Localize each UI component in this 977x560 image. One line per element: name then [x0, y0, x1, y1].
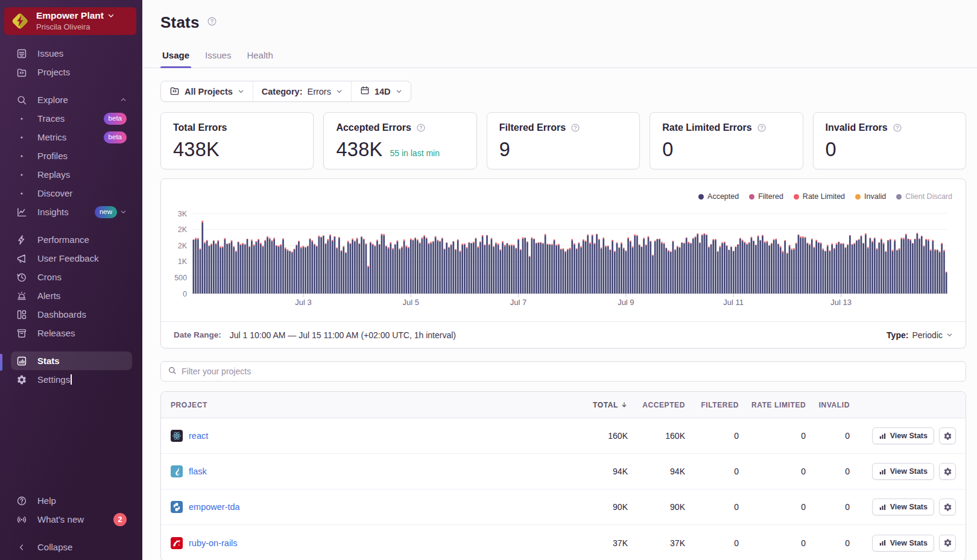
- card-title: Accepted Errors: [336, 122, 411, 133]
- question-circle-icon[interactable]: [571, 123, 580, 133]
- sidebar-item-stats[interactable]: Stats: [11, 351, 132, 370]
- page-title: Stats: [160, 13, 200, 32]
- flask-platform-icon: [171, 465, 183, 477]
- card-title: Filtered Errors: [499, 122, 566, 133]
- legend-accepted[interactable]: Accepted: [698, 192, 739, 201]
- sidebar-item-help[interactable]: Help: [11, 491, 132, 510]
- sidebar-item-label: Help: [37, 496, 56, 506]
- category-filter-label: Category:: [262, 87, 303, 96]
- sidebar-active-indicator: [0, 354, 2, 371]
- sidebar-item-replays[interactable]: Replays: [11, 165, 132, 184]
- svg-text:Jul 13: Jul 13: [830, 298, 852, 307]
- column-header-invalid[interactable]: INVALID: [809, 401, 853, 409]
- calendar-icon: [360, 86, 370, 97]
- project-settings-button[interactable]: [939, 427, 956, 444]
- view-stats-button[interactable]: View Stats: [872, 499, 934, 515]
- sidebar-item-explore[interactable]: Explore: [11, 90, 132, 109]
- column-header-filtered[interactable]: FILTERED: [688, 401, 742, 409]
- sidebar-item-label: Traces: [37, 113, 65, 124]
- sidebar-item-alerts[interactable]: Alerts: [11, 286, 132, 305]
- sidebar-item-discover[interactable]: Discover: [11, 184, 132, 203]
- help-question-icon[interactable]: [207, 16, 217, 29]
- sidebar-item-performance[interactable]: Performance: [11, 230, 132, 249]
- project-filter[interactable]: All Projects: [161, 81, 253, 101]
- row-actions: View Stats: [853, 427, 966, 444]
- card-value-row: 438K55 in last min: [336, 140, 464, 160]
- legend-rate-limited[interactable]: Rate Limited: [794, 192, 845, 201]
- tab-health[interactable]: Health: [245, 50, 274, 68]
- card-trend-note: 55 in last min: [390, 148, 440, 158]
- project-settings-button[interactable]: [939, 535, 956, 552]
- title-row: Stats: [160, 13, 966, 32]
- project-settings-button[interactable]: [939, 499, 956, 515]
- sidebar-item-label: Performance: [37, 234, 89, 245]
- sidebar-item-metrics[interactable]: Metricsbeta: [11, 128, 132, 146]
- column-header-total[interactable]: TOTAL: [531, 401, 631, 409]
- legend-invalid[interactable]: Invalid: [855, 192, 886, 201]
- tab-issues[interactable]: Issues: [203, 50, 233, 68]
- view-stats-button[interactable]: View Stats: [872, 427, 934, 444]
- project-link[interactable]: flask: [189, 467, 207, 476]
- projects-table: PROJECTTOTALACCEPTEDFILTEREDRATE LIMITED…: [160, 391, 966, 560]
- chevron-down-icon: [238, 87, 244, 96]
- sidebar-item-user-feedback[interactable]: User Feedback: [11, 249, 132, 268]
- cell-filtered: 0: [688, 431, 742, 441]
- type-label: Type:: [887, 330, 908, 340]
- question-circle-icon[interactable]: [757, 123, 767, 133]
- sidebar-item-label: Projects: [37, 67, 70, 77]
- nav-item-extras: beta: [104, 131, 127, 143]
- sidebar-item-traces[interactable]: Tracesbeta: [11, 109, 132, 128]
- table-row-flask: flask94K94K000View Stats: [161, 454, 966, 489]
- search-input[interactable]: [182, 367, 959, 376]
- cell-invalid: 0: [809, 467, 853, 476]
- card-value: 0: [662, 140, 673, 160]
- crons-icon: [16, 272, 27, 283]
- project-link[interactable]: react: [189, 431, 208, 441]
- column-header-rate-limited[interactable]: RATE LIMITED: [742, 401, 809, 409]
- org-switcher[interactable]: Empower Plant Priscila Oliveira: [4, 7, 136, 35]
- nav-item-extras: 2: [113, 513, 127, 526]
- alerts-icon: [16, 291, 27, 301]
- project-link[interactable]: ruby-on-rails: [189, 538, 238, 548]
- card-value: 438K: [173, 140, 220, 160]
- bullet-icon: [16, 151, 27, 162]
- bullet-icon: [16, 113, 27, 124]
- project-settings-button[interactable]: [939, 463, 956, 480]
- view-stats-button[interactable]: View Stats: [872, 463, 934, 480]
- sidebar-item-insights[interactable]: Insightsnew: [11, 203, 132, 221]
- search-icon: [16, 95, 27, 105]
- category-filter[interactable]: Category: Errors: [253, 81, 351, 101]
- sidebar-item-profiles[interactable]: Profiles: [11, 146, 132, 165]
- score-card-total-errors: Total Errors438K: [160, 112, 314, 169]
- sidebar-item-crons[interactable]: Crons: [11, 268, 132, 286]
- beta-badge: beta: [104, 131, 127, 143]
- legend-filtered[interactable]: Filtered: [749, 192, 783, 201]
- legend-client-discard[interactable]: Client Discard: [896, 192, 952, 201]
- sidebar-item-releases[interactable]: Releases: [11, 324, 132, 342]
- sidebar-item-projects[interactable]: Projects: [11, 63, 132, 81]
- sidebar-bottom-nav: HelpWhat's new2Collapse: [0, 491, 142, 560]
- mini-bar-chart-icon: [879, 539, 887, 547]
- date-period-filter[interactable]: 14D: [351, 81, 411, 101]
- type-dropdown[interactable]: Type: Periodic: [887, 330, 953, 341]
- question-circle-icon[interactable]: [893, 123, 902, 133]
- sidebar-item-whats-new[interactable]: What's new2: [11, 510, 132, 529]
- sidebar-item-issues[interactable]: Issues: [11, 44, 132, 63]
- column-header-accepted[interactable]: ACCEPTED: [631, 401, 688, 409]
- sidebar-item-collapse[interactable]: Collapse: [11, 538, 132, 556]
- cell-total: 90K: [531, 502, 631, 512]
- question-circle-icon[interactable]: [416, 123, 426, 133]
- react-platform-icon: [171, 430, 183, 442]
- date-period-value: 14D: [375, 87, 391, 96]
- cell-rate_limited: 0: [742, 467, 809, 476]
- column-header-project[interactable]: PROJECT: [161, 401, 531, 409]
- project-link[interactable]: empower-tda: [189, 502, 240, 512]
- cell-total: 37K: [531, 538, 631, 548]
- sidebar-nav: IssuesProjectsExploreTracesbetaMetricsbe…: [0, 44, 142, 389]
- sidebar-item-settings[interactable]: Settings: [11, 370, 132, 389]
- card-title: Rate Limited Errors: [662, 122, 751, 133]
- tab-usage[interactable]: Usage: [160, 50, 191, 68]
- releases-icon: [16, 328, 27, 339]
- sidebar-item-dashboards[interactable]: Dashboards: [11, 305, 132, 324]
- view-stats-button[interactable]: View Stats: [872, 535, 934, 552]
